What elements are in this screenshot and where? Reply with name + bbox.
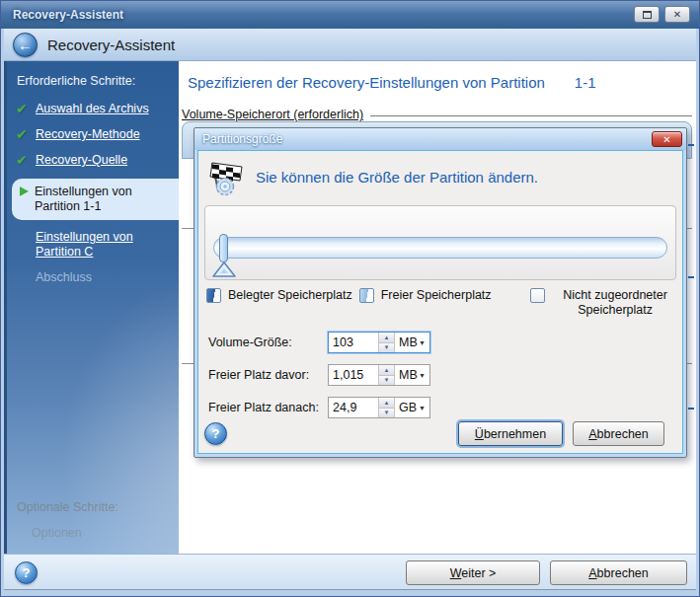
- partition-size-dialog: Partitionsgröße ✕: [194, 127, 687, 458]
- step-label: Abschluss: [36, 270, 92, 284]
- page-header-title: Recovery-Assistent: [47, 29, 175, 61]
- close-icon: ✕: [662, 134, 670, 145]
- spin-down-button[interactable]: ▼: [379, 375, 394, 386]
- free-space-after-unit-select[interactable]: GB ▼: [395, 398, 429, 417]
- sidebar-item-recovery-quelle[interactable]: ✔ Recovery-Quelle: [4, 153, 179, 168]
- page-title-text: Spezifizieren der Recovery-Einstellungen…: [188, 74, 545, 91]
- partition-id: 1-1: [575, 74, 596, 91]
- window-controls: ✕: [634, 6, 690, 23]
- next-button-label: Weiter >: [450, 566, 497, 580]
- unit-label: MB: [399, 368, 418, 382]
- cancel-button-label: Abbrechen: [588, 566, 648, 580]
- free-space-before-row: Freier Platz davor: ▲ ▼ MB ▼: [208, 364, 430, 386]
- dialog-close-button[interactable]: ✕: [652, 131, 682, 147]
- legend-label: Belegter Speicherplatz: [228, 288, 352, 303]
- dialog-footer: ? Übernehmen Abbrechen: [204, 421, 664, 446]
- wizard-footer: ? Weiter > Abbrechen: [4, 554, 696, 590]
- free-space-before-input[interactable]: [329, 365, 378, 385]
- check-icon: ✔: [16, 127, 36, 141]
- slider-handle[interactable]: [219, 234, 228, 262]
- help-button[interactable]: ?: [15, 561, 38, 584]
- app-header: ← Recovery-Assistent: [4, 29, 696, 61]
- partition-resize-icon: [208, 161, 248, 196]
- sidebar-item-abschluss: Abschluss: [4, 270, 179, 284]
- volume-location-group: Volume-Speicherort (erforderlich): [182, 108, 692, 121]
- spin-up-button[interactable]: ▲: [379, 333, 394, 342]
- step-label[interactable]: Einstellungen von Partition C: [36, 230, 166, 260]
- used-space-swatch-icon: [206, 288, 221, 303]
- close-icon: ✕: [673, 10, 681, 20]
- dialog-cancel-button[interactable]: Abbrechen: [573, 421, 664, 446]
- step-label[interactable]: Auswahl des Archivs: [36, 102, 166, 116]
- recovery-assistant-window: Recovery-Assistent ✕ ← Recovery-Assisten…: [0, 0, 700, 597]
- dialog-title: Partitionsgröße: [202, 132, 282, 146]
- dialog-body: Sie können die Größe der Partition änder…: [197, 150, 683, 454]
- dialog-cancel-button-label: Abbrechen: [588, 427, 648, 441]
- background-link-fragment: [688, 398, 694, 410]
- free-space-swatch-icon: [359, 288, 374, 303]
- free-space-after-control: ▲ ▼ GB ▼: [328, 397, 430, 418]
- spin-down-button[interactable]: ▼: [379, 342, 394, 353]
- volume-location-label: Volume-Speicherort (erforderlich): [182, 108, 363, 121]
- next-button[interactable]: Weiter >: [406, 560, 540, 585]
- size-fields: Volume-Größe: ▲ ▼ MB ▼ Freier: [208, 332, 430, 429]
- partition-size-slider[interactable]: [213, 237, 667, 259]
- optional-steps-title: Optionale Schritte:: [17, 500, 179, 514]
- dialog-help-button[interactable]: ?: [204, 422, 227, 445]
- window-titlebar[interactable]: Recovery-Assistent ✕: [1, 1, 699, 29]
- dropdown-arrow-icon: ▼: [419, 339, 426, 346]
- current-step-arrow-icon: [20, 187, 29, 196]
- legend-free-space: Freier Speicherplatz: [359, 288, 530, 303]
- cancel-button[interactable]: Abbrechen: [550, 560, 687, 585]
- free-space-after-input[interactable]: [329, 398, 378, 417]
- slider-pointer-icon[interactable]: [211, 260, 237, 279]
- step-label[interactable]: Recovery-Quelle: [36, 153, 166, 168]
- background-link-fragment: [688, 134, 694, 146]
- page-title: Spezifizieren der Recovery-Einstellungen…: [188, 74, 596, 91]
- unit-label: GB: [399, 401, 417, 414]
- question-mark-icon: ?: [212, 426, 220, 441]
- check-icon: ✔: [16, 102, 36, 115]
- sidebar-item-optionen: Optionen: [32, 526, 179, 540]
- required-steps-title: Erforderliche Schritte:: [17, 74, 179, 88]
- volume-size-unit-select[interactable]: MB ▼: [395, 333, 429, 352]
- footer-buttons: Weiter > Abbrechen: [406, 560, 687, 585]
- sidebar-item-recovery-methode[interactable]: ✔ Recovery-Methode: [4, 127, 179, 142]
- free-space-after-row: Freier Platz danach: ▲ ▼ GB ▼: [208, 397, 430, 418]
- check-icon: ✔: [16, 153, 36, 167]
- dialog-buttons: Übernehmen Abbrechen: [458, 421, 664, 446]
- spin-up-button[interactable]: ▲: [379, 398, 394, 408]
- step-label[interactable]: Recovery-Methode: [36, 127, 166, 142]
- optional-steps-section: Optionale Schritte: Optionen: [4, 500, 179, 540]
- dropdown-arrow-icon: ▼: [419, 405, 426, 411]
- dialog-titlebar[interactable]: Partitionsgröße ✕: [194, 128, 686, 150]
- volume-size-label: Volume-Größe:: [208, 336, 328, 349]
- question-mark-icon: ?: [23, 565, 31, 580]
- window-close-button[interactable]: ✕: [664, 6, 690, 23]
- free-space-after-spinner: ▲ ▼: [378, 398, 395, 417]
- window-title: Recovery-Assistent: [13, 8, 123, 22]
- spin-up-button[interactable]: ▲: [379, 365, 394, 375]
- free-space-before-control: ▲ ▼ MB ▼: [328, 364, 430, 386]
- dialog-message: Sie können die Größe der Partition änder…: [256, 169, 538, 186]
- legend-unallocated-space: Nicht zugeordneter Speicherplatz: [530, 288, 678, 318]
- free-space-before-unit-select[interactable]: MB ▼: [395, 365, 429, 385]
- free-space-before-label: Freier Platz davor:: [208, 368, 328, 382]
- apply-button[interactable]: Übernehmen: [458, 421, 563, 446]
- restore-button[interactable]: [634, 6, 660, 23]
- background-link-fragment: [688, 266, 694, 278]
- sidebar-item-einstellungen-partition-c[interactable]: Einstellungen von Partition C: [4, 230, 179, 260]
- spin-down-button[interactable]: ▼: [379, 408, 394, 418]
- sidebar-item-auswahl-des-archivs[interactable]: ✔ Auswahl des Archivs: [4, 102, 179, 116]
- sidebar-item-einstellungen-partition-1-1[interactable]: Einstellungen von Partition 1-1: [12, 179, 179, 220]
- free-space-before-spinner: ▲ ▼: [378, 365, 395, 385]
- steps-sidebar: Erforderliche Schritte: ✔ Auswahl des Ar…: [4, 61, 179, 554]
- group-divider-line: [370, 115, 692, 116]
- back-button[interactable]: ←: [13, 33, 38, 57]
- legend-used-space: Belegter Speicherplatz: [206, 288, 359, 303]
- unallocated-space-swatch-icon: [530, 288, 545, 303]
- free-space-after-label: Freier Platz danach:: [208, 401, 328, 414]
- volume-size-input[interactable]: [329, 333, 378, 352]
- volume-size-row: Volume-Größe: ▲ ▼ MB ▼: [208, 332, 430, 353]
- volume-size-spinner: ▲ ▼: [378, 333, 395, 352]
